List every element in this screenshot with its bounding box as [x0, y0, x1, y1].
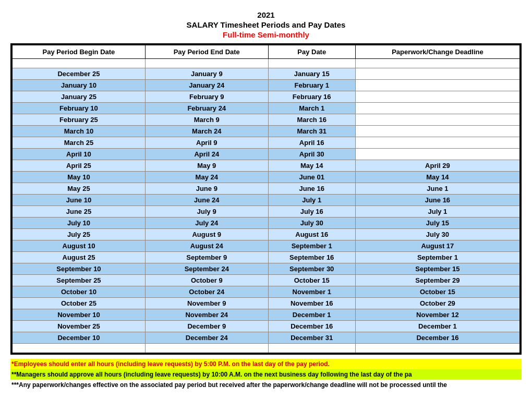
table-cell-end: March 24	[145, 126, 268, 137]
table-cell-deadline: July 30	[355, 229, 520, 240]
table-cell-deadline: December 1	[355, 321, 520, 332]
notes-section: *Employees should enter all hours (inclu…	[10, 357, 522, 390]
table-cell-begin: December 10	[12, 332, 145, 344]
table-cell-begin: March 25	[12, 137, 145, 149]
table-cell-pay: September 1	[268, 240, 355, 252]
table-cell-deadline: June 16	[355, 195, 520, 206]
table-cell-begin: February 25	[12, 114, 145, 126]
page-title: 2021	[10, 10, 522, 19]
table-cell-begin: October 25	[12, 298, 145, 309]
table-cell-deadline: July 1	[355, 206, 520, 217]
table-cell-deadline	[355, 103, 520, 114]
page-type: Full-time Semi-monthly	[10, 30, 522, 39]
table-cell-end: April 9	[145, 137, 268, 149]
table-cell-deadline	[355, 68, 520, 80]
table-cell-pay: July 30	[268, 217, 355, 229]
table-cell-pay: July 1	[268, 195, 355, 206]
table-cell-pay: April 16	[268, 137, 355, 149]
table-cell-deadline	[355, 114, 520, 126]
table-cell-end: June 9	[145, 183, 268, 195]
table-cell-end: September 9	[145, 252, 268, 263]
table-cell-end: November 9	[145, 298, 268, 309]
table-cell-begin: March 10	[12, 126, 145, 137]
table-cell-begin: January 25	[12, 91, 145, 103]
table-cell-pay: September 16	[268, 252, 355, 263]
table-cell-end: March 9	[145, 114, 268, 126]
table-cell	[145, 344, 268, 353]
table-cell-begin: July 10	[12, 217, 145, 229]
table-cell-begin: November 25	[12, 321, 145, 332]
table-cell-deadline: December 16	[355, 332, 520, 344]
table-cell-begin: September 25	[12, 275, 145, 286]
table-cell-pay: March 1	[268, 103, 355, 114]
table-cell-deadline	[355, 91, 520, 103]
table-cell-end: October 24	[145, 286, 268, 298]
col-header-begin: Pay Period Begin Date	[12, 45, 145, 59]
table-cell-pay: August 16	[268, 229, 355, 240]
table-cell	[12, 59, 145, 68]
table-cell-begin: August 10	[12, 240, 145, 252]
table-cell-pay: December 31	[268, 332, 355, 344]
table-cell-pay: January 15	[268, 68, 355, 80]
table-cell-deadline: October 29	[355, 298, 520, 309]
table-cell-begin: May 25	[12, 183, 145, 195]
table-cell-deadline: October 15	[355, 286, 520, 298]
table-cell-pay: December 16	[268, 321, 355, 332]
page-subtitle: SALARY Timesheet Periods and Pay Dates	[10, 20, 522, 29]
table-cell-pay: February 16	[268, 91, 355, 103]
table-cell-deadline: November 12	[355, 309, 520, 321]
table-cell-deadline: April 29	[355, 160, 520, 172]
table-cell-end: December 24	[145, 332, 268, 344]
table-cell-begin: April 25	[12, 160, 145, 172]
table-cell-pay: April 30	[268, 149, 355, 160]
table-cell-begin: April 10	[12, 149, 145, 160]
table-cell-deadline	[355, 126, 520, 137]
table-cell-begin: June 25	[12, 206, 145, 217]
table-cell-pay: February 1	[268, 80, 355, 91]
table-cell-deadline: May 14	[355, 172, 520, 183]
table-cell-end: October 9	[145, 275, 268, 286]
table-cell-deadline: September 29	[355, 275, 520, 286]
table-cell-deadline	[355, 137, 520, 149]
table-cell-end: January 24	[145, 80, 268, 91]
note1: *Employees should enter all hours (inclu…	[10, 359, 522, 369]
salary-table: Pay Period Begin Date Pay Period End Dat…	[11, 44, 521, 354]
table-cell-end: May 24	[145, 172, 268, 183]
table-cell-end: July 9	[145, 206, 268, 217]
table-cell-deadline: September 1	[355, 252, 520, 263]
table-cell-pay: November 1	[268, 286, 355, 298]
col-header-deadline: Paperwork/Change Deadline	[355, 45, 520, 59]
table-cell-begin: July 25	[12, 229, 145, 240]
table-cell-deadline: August 17	[355, 240, 520, 252]
table-cell-deadline	[355, 149, 520, 160]
table-cell-end: July 24	[145, 217, 268, 229]
table-cell-begin: August 25	[12, 252, 145, 263]
table-cell-begin: February 10	[12, 103, 145, 114]
table-cell-begin: June 10	[12, 195, 145, 206]
table-cell	[145, 59, 268, 68]
table-cell-end: February 9	[145, 91, 268, 103]
table-cell-begin: May 10	[12, 172, 145, 183]
table-cell-pay: March 31	[268, 126, 355, 137]
table-cell-deadline: September 15	[355, 263, 520, 275]
table-cell-pay: March 16	[268, 114, 355, 126]
col-header-pay: Pay Date	[268, 45, 355, 59]
note2: **Managers should approve all hours (inc…	[10, 369, 522, 380]
table-cell-pay: July 16	[268, 206, 355, 217]
table-cell-pay: November 16	[268, 298, 355, 309]
table-cell-begin: October 10	[12, 286, 145, 298]
table-cell-end: September 24	[145, 263, 268, 275]
table-cell-deadline: July 15	[355, 217, 520, 229]
table-cell-end: January 9	[145, 68, 268, 80]
table-cell-end: May 9	[145, 160, 268, 172]
table-cell-end: August 9	[145, 229, 268, 240]
table-cell-end: December 9	[145, 321, 268, 332]
table-cell	[355, 59, 520, 68]
table-cell-end: November 24	[145, 309, 268, 321]
table-cell	[12, 344, 145, 353]
table-cell	[268, 59, 355, 68]
table-cell	[268, 344, 355, 353]
table-cell-end: August 24	[145, 240, 268, 252]
table-cell-pay: May 14	[268, 160, 355, 172]
table-cell-end: February 24	[145, 103, 268, 114]
